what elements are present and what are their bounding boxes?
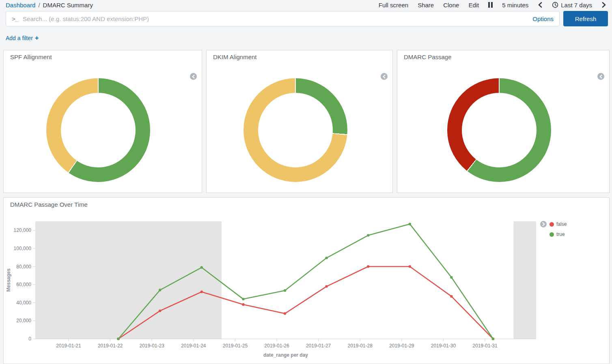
refresh-interval-button[interactable]: 5 minutes [502, 2, 528, 9]
spf-donut-chart[interactable] [46, 78, 150, 182]
dkim-donut-chart[interactable] [244, 78, 347, 182]
panel-dmarc-passage: DMARC Passage [397, 50, 610, 193]
time-range-back-button[interactable] [538, 2, 543, 8]
svg-text:0: 0 [28, 336, 31, 342]
svg-text:2019-01-23: 2019-01-23 [140, 343, 165, 349]
legend-item-true[interactable]: true [550, 231, 567, 237]
top-navigation-bar: Dashboard / DMARC Summary Full screen Sh… [0, 0, 612, 10]
legend-collapse-icon[interactable] [597, 73, 604, 80]
chart-legend: false true [540, 221, 567, 237]
svg-text:80,000: 80,000 [16, 264, 31, 270]
svg-text:2019-01-22: 2019-01-22 [98, 343, 123, 349]
svg-text:2019-01-26: 2019-01-26 [264, 343, 289, 349]
chevron-right-icon [542, 222, 545, 226]
time-range-forward-button[interactable] [601, 2, 606, 8]
panel-title: DKIM Alignment [213, 54, 257, 60]
svg-text:2019-01-31: 2019-01-31 [472, 343, 498, 349]
svg-text:2019-01-28: 2019-01-28 [348, 343, 373, 349]
add-filter-label: Add a filter [6, 35, 33, 41]
time-range-label: Last 7 days [561, 2, 592, 9]
legend-label: true [556, 231, 565, 237]
dmarc-donut-chart[interactable] [447, 78, 551, 182]
page-title: DMARC Summary [43, 2, 93, 9]
add-filter-button[interactable]: Add a filter + [6, 34, 39, 42]
svg-text:2019-01-30: 2019-01-30 [431, 343, 456, 349]
svg-text:2019-01-21: 2019-01-21 [56, 343, 81, 349]
svg-text:2019-01-29: 2019-01-29 [389, 343, 414, 349]
svg-text:60,000: 60,000 [16, 282, 31, 287]
time-range-button[interactable]: Last 7 days [552, 2, 592, 9]
svg-text:2019-01-24: 2019-01-24 [181, 343, 206, 349]
chevron-left-icon [538, 2, 543, 8]
refresh-button[interactable]: Refresh [563, 11, 608, 26]
legend-label: false [556, 221, 567, 227]
svg-text:date_range per day: date_range per day [263, 352, 308, 358]
search-input[interactable] [23, 15, 528, 22]
svg-text:120,000: 120,000 [14, 227, 32, 233]
panel-title: DMARC Passage Over Time [10, 201, 88, 208]
edit-button[interactable]: Edit [468, 2, 479, 9]
chevron-right-icon [601, 2, 606, 8]
legend-collapse-icon[interactable] [381, 73, 388, 80]
clone-button[interactable]: Clone [443, 2, 459, 9]
chevron-left-icon [599, 75, 603, 79]
chevron-left-icon [382, 75, 386, 79]
svg-text:2019-01-27: 2019-01-27 [306, 343, 331, 349]
panel-title: SPF Allignment [10, 54, 52, 60]
plus-icon: + [35, 34, 39, 42]
legend-toggle-icon[interactable] [540, 221, 547, 227]
svg-text:Messages: Messages [6, 268, 11, 292]
svg-text:40,000: 40,000 [16, 300, 31, 306]
clock-icon [552, 2, 558, 8]
panel-title: DMARC Passage [404, 54, 452, 60]
svg-text:20,000: 20,000 [16, 318, 31, 323]
share-button[interactable]: Share [418, 2, 434, 9]
search-box: >_ Options [6, 11, 560, 26]
true-series-dot-icon [550, 232, 554, 237]
legend-item-false[interactable]: false [550, 221, 567, 227]
chevron-left-icon [192, 75, 195, 79]
dmarc-over-time-line-chart[interactable]: 020,00040,00060,00080,000100,000120,0002… [4, 208, 609, 364]
legend-collapse-icon[interactable] [190, 73, 197, 80]
panel-dkim-alignment: DKIM Alignment [206, 50, 393, 193]
svg-text:2019-01-25: 2019-01-25 [223, 343, 248, 349]
search-bar-row: >_ Options Refresh [0, 11, 612, 26]
breadcrumb-dashboard-link[interactable]: Dashboard [6, 2, 35, 9]
options-button[interactable]: Options [532, 15, 554, 22]
panel-dmarc-passage-over-time: DMARC Passage Over Time 020,00040,00060,… [3, 197, 610, 364]
fullscreen-button[interactable]: Full screen [379, 2, 408, 9]
false-series-dot-icon [550, 222, 554, 227]
panel-spf-allignment: SPF Allignment [3, 50, 202, 193]
pause-icon[interactable] [488, 2, 493, 8]
breadcrumb-separator: / [38, 2, 40, 9]
console-prompt-icon: >_ [12, 15, 18, 22]
svg-text:100,000: 100,000 [14, 246, 32, 251]
